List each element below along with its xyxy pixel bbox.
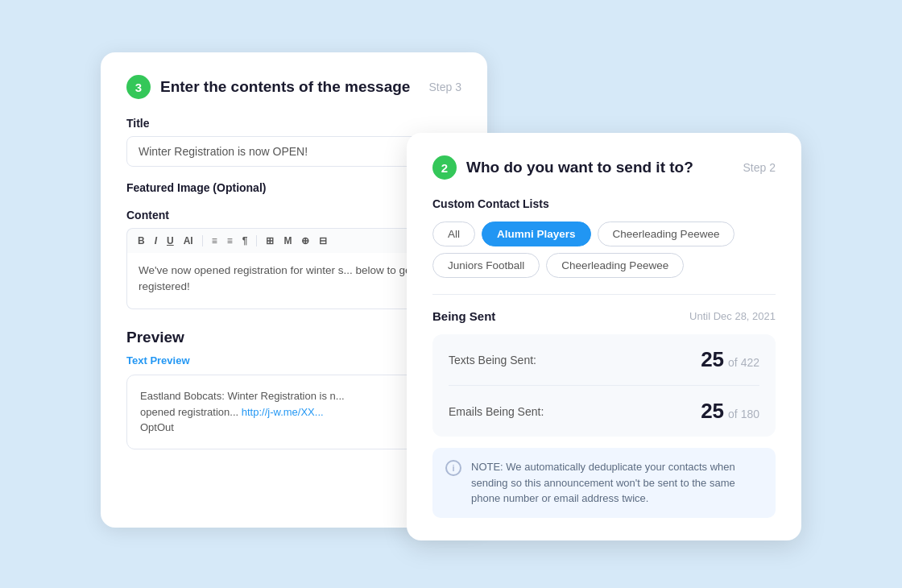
step2-card: 2 Who do you want to send it to? Step 2 … — [407, 133, 801, 540]
step2-header-left: 2 Who do you want to send it to? — [432, 155, 693, 180]
being-sent-date: Until Dec 28, 2021 — [689, 310, 776, 322]
texts-value: 25 of 422 — [701, 347, 759, 372]
custom-contact-lists-label: Custom Contact Lists — [432, 197, 776, 210]
step2-step-label: Step 2 — [743, 161, 776, 174]
stats-box: Texts Being Sent: 25 of 422 Emails Being… — [432, 334, 776, 437]
step3-header: 3 Enter the contents of the message Step… — [126, 75, 461, 99]
italic-btn[interactable]: I — [152, 234, 159, 247]
emails-label: Emails Being Sent: — [449, 405, 544, 418]
tag-juniors-football[interactable]: Juniors Football — [432, 253, 540, 278]
ai-btn[interactable]: AI — [181, 234, 196, 247]
emails-value: 25 of 180 — [701, 399, 759, 424]
paragraph-btn[interactable]: ¶ — [240, 234, 250, 247]
texts-label: Texts Being Sent: — [449, 354, 536, 366]
emails-count: 25 — [701, 399, 724, 424]
contact-list-tags: All Alumni Players Cheerleading Peewee J… — [432, 222, 776, 278]
step2-badge: 2 — [432, 155, 457, 180]
tag-alumni-players[interactable]: Alumni Players — [482, 222, 591, 246]
texts-of: of 422 — [728, 356, 759, 369]
bold-btn[interactable]: B — [135, 234, 147, 247]
step3-header-left: 3 Enter the contents of the message — [126, 75, 410, 99]
link-btn[interactable]: ⊕ — [299, 234, 312, 247]
tag-cheerleading-peewee-1[interactable]: Cheerleading Peewee — [598, 222, 735, 246]
emails-stat-row: Emails Being Sent: 25 of 180 — [449, 385, 759, 437]
tag-all[interactable]: All — [432, 222, 475, 246]
step3-step-label: Step 3 — [429, 81, 461, 93]
align-center-btn[interactable]: ≡ — [225, 234, 235, 247]
step3-badge: 3 — [126, 75, 151, 99]
note-text: NOTE: We automatically deduplicate your … — [471, 459, 763, 507]
toolbar-divider-2 — [256, 235, 257, 246]
preview-text-content: Eastland Bobcats: Winter Registration is… — [140, 390, 345, 433]
toolbar-divider-1 — [202, 235, 203, 246]
texts-count: 25 — [701, 347, 724, 372]
title-field-label: Title — [126, 117, 461, 130]
grid-btn[interactable]: ⊞ — [263, 234, 276, 247]
media-btn[interactable]: M — [281, 234, 294, 247]
being-sent-header: Being Sent Until Dec 28, 2021 — [432, 309, 776, 323]
divider-1 — [432, 294, 776, 295]
step2-title: Who do you want to send it to? — [466, 159, 693, 176]
texts-stat-row: Texts Being Sent: 25 of 422 — [449, 334, 759, 385]
remove-btn[interactable]: ⊟ — [317, 234, 329, 247]
emails-of: of 180 — [728, 408, 759, 420]
step3-title: Enter the contents of the message — [160, 78, 410, 96]
step2-header: 2 Who do you want to send it to? Step 2 — [432, 155, 776, 180]
align-left-btn[interactable]: ≡ — [209, 234, 220, 247]
tag-cheerleading-peewee-2[interactable]: Cheerleading Peewee — [546, 253, 684, 278]
info-icon: i — [445, 460, 461, 476]
underline-btn[interactable]: U — [164, 234, 176, 247]
preview-link[interactable]: http://j-w.me/XX... — [242, 406, 324, 418]
content-text: We've now opened registration for winter… — [139, 264, 414, 292]
note-box: i NOTE: We automatically deduplicate you… — [432, 448, 776, 518]
being-sent-title: Being Sent — [432, 309, 495, 323]
